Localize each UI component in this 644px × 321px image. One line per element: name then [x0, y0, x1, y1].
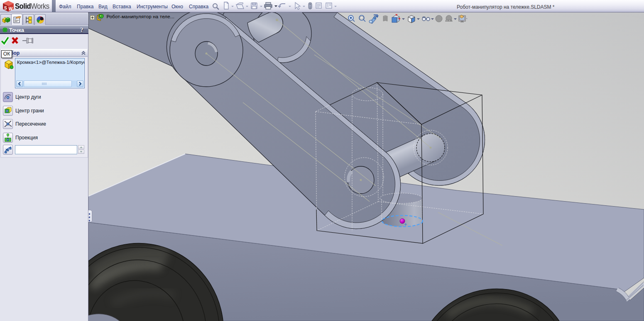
svg-text:W: W [9, 7, 13, 11]
svg-text:S: S [4, 6, 7, 10]
